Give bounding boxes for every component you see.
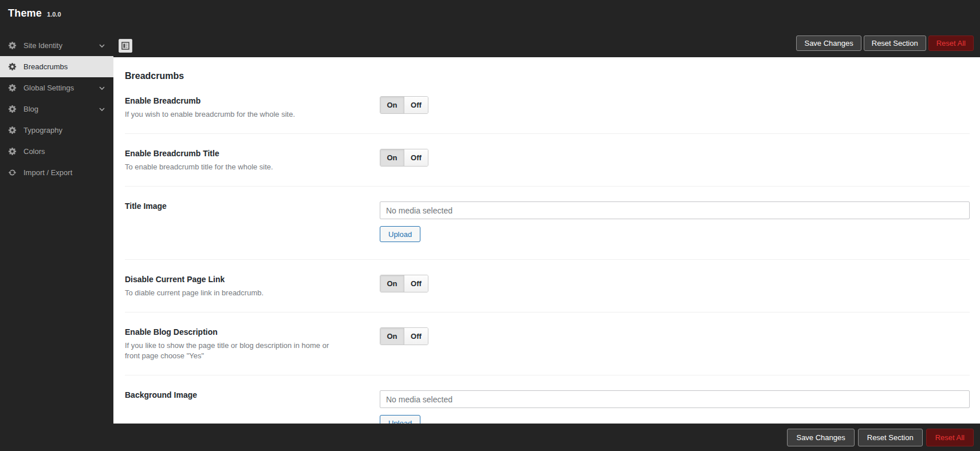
toggle-on-button[interactable]: On <box>380 97 404 113</box>
reset-all-button[interactable]: Reset All <box>926 429 974 446</box>
sidebar: Site Identity Breadcrumbs Global Setting… <box>0 35 113 183</box>
toggle-on-button[interactable]: On <box>380 275 404 292</box>
header-actions: Save Changes Reset Section Reset All <box>796 35 974 51</box>
toggle-off-button[interactable]: Off <box>404 149 428 166</box>
setting-row-enable-blog-description: Enable Blog Description If you like to s… <box>125 312 970 375</box>
app-version: 1.0.0 <box>47 11 61 18</box>
reset-section-button[interactable]: Reset Section <box>864 35 926 51</box>
sidebar-item-label: Breadcrumbs <box>23 62 68 71</box>
sync-icon <box>8 168 17 177</box>
reset-section-button[interactable]: Reset Section <box>858 429 923 446</box>
gear-icon <box>8 126 17 135</box>
upload-button[interactable]: Upload <box>380 226 420 242</box>
sidebar-item-site-identity[interactable]: Site Identity <box>0 35 113 56</box>
save-changes-button[interactable]: Save Changes <box>796 35 861 51</box>
sidebar-item-typography[interactable]: Typography <box>0 120 113 141</box>
on-off-toggle: On Off <box>380 327 428 345</box>
sidebar-item-label: Import / Export <box>23 168 72 177</box>
settings-panel: Breadcrumbs Enable Breadcrumb If you wis… <box>113 57 980 424</box>
on-off-toggle: On Off <box>380 149 428 167</box>
setting-label: Enable Blog Description <box>125 327 345 337</box>
on-off-toggle: On Off <box>380 96 428 114</box>
sidebar-item-label: Colors <box>23 147 45 156</box>
chevron-down-icon <box>99 106 105 113</box>
expand-options-icon <box>121 42 129 50</box>
sidebar-item-blog[interactable]: Blog <box>0 98 113 120</box>
setting-description: To enable breadcrumb title for the whole… <box>125 162 345 172</box>
setting-row-enable-breadcrumb-title: Enable Breadcrumb Title To enable breadc… <box>125 134 970 187</box>
gear-icon <box>8 105 17 114</box>
toggle-off-button[interactable]: Off <box>404 328 428 345</box>
sidebar-item-global-settings[interactable]: Global Settings <box>0 77 113 98</box>
toggle-off-button[interactable]: Off <box>404 97 428 113</box>
setting-row-background-image: Background Image Upload <box>125 375 970 424</box>
setting-label: Title Image <box>125 201 345 211</box>
upload-button[interactable]: Upload <box>380 415 420 424</box>
page-title: Breadcrumbs <box>125 71 970 81</box>
expand-options-button[interactable] <box>119 39 132 53</box>
toggle-on-button[interactable]: On <box>380 149 404 166</box>
app-title: Theme <box>8 7 42 19</box>
footer-actions: Save Changes Reset Section Reset All <box>0 424 980 451</box>
toggle-on-button[interactable]: On <box>380 328 404 345</box>
media-url-input[interactable] <box>380 390 970 408</box>
save-changes-button[interactable]: Save Changes <box>787 429 854 446</box>
sidebar-item-breadcrumbs[interactable]: Breadcrumbs <box>0 56 113 77</box>
setting-row-enable-breadcrumb: Enable Breadcrumb If you wish to enable … <box>125 81 970 134</box>
gear-icon <box>8 41 17 50</box>
setting-description: If you wish to enable breadcrumb for the… <box>125 109 345 120</box>
setting-description: To diable current page link in breadcrum… <box>125 288 345 298</box>
setting-row-title-image: Title Image Upload <box>125 187 970 260</box>
app-brand: Theme1.0.0 <box>8 7 61 19</box>
setting-label: Enable Breadcrumb <box>125 96 345 105</box>
sidebar-item-colors[interactable]: Colors <box>0 141 113 162</box>
gear-icon <box>8 84 17 93</box>
chevron-down-icon <box>99 42 105 49</box>
chevron-down-icon <box>99 85 105 92</box>
media-url-input[interactable] <box>380 201 970 219</box>
toggle-off-button[interactable]: Off <box>404 275 428 292</box>
reset-all-button[interactable]: Reset All <box>928 35 974 51</box>
sidebar-item-label: Global Settings <box>23 84 74 92</box>
setting-label: Background Image <box>125 390 345 399</box>
gear-icon <box>8 62 17 72</box>
sidebar-item-import-export[interactable]: Import / Export <box>0 162 113 183</box>
setting-description: If you like to show the page title or bl… <box>125 341 345 361</box>
gear-icon <box>8 147 17 156</box>
sidebar-item-label: Typography <box>23 126 62 134</box>
sidebar-item-label: Site Identity <box>23 41 62 50</box>
sidebar-item-label: Blog <box>23 105 38 113</box>
setting-label: Disable Current Page Link <box>125 275 345 284</box>
setting-row-disable-current-page-link: Disable Current Page Link To diable curr… <box>125 260 970 312</box>
setting-label: Enable Breadcrumb Title <box>125 149 345 158</box>
on-off-toggle: On Off <box>380 275 428 292</box>
